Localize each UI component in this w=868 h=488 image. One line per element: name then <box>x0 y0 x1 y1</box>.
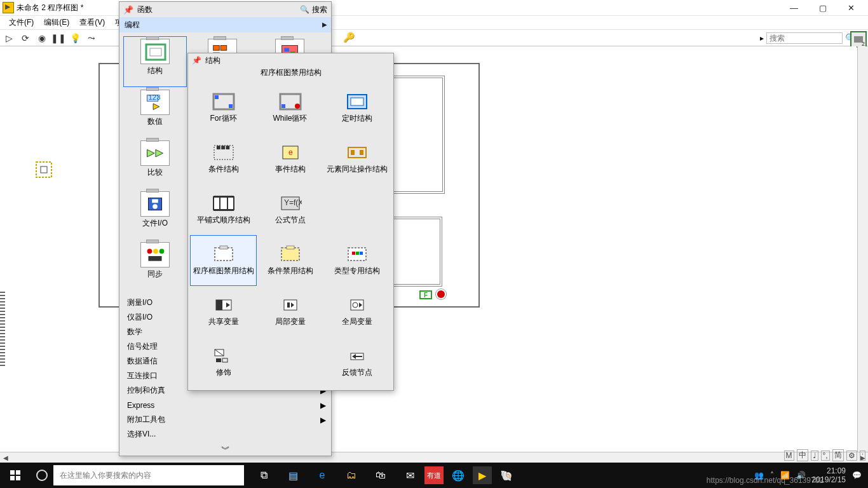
menu-view[interactable]: 查看(V) <box>74 16 110 29</box>
svg-rect-50 <box>356 252 359 255</box>
palette-expander[interactable]: ︾ <box>119 444 331 456</box>
sub-item-while-loop[interactable]: While循环 <box>257 83 323 133</box>
palette-item-label: 比较 <box>147 168 163 177</box>
window-minimize-button[interactable]: — <box>780 0 808 16</box>
taskbar-search-input[interactable]: 在这里输入你要搜索的内容 <box>53 465 244 485</box>
svg-rect-5 <box>220 46 227 51</box>
sub-item-formula-node[interactable]: Y=f(X) 公式节点 <box>257 184 323 235</box>
svg-rect-26 <box>281 104 285 108</box>
svg-rect-56 <box>287 302 290 308</box>
status-token[interactable]: ♩ <box>811 451 818 461</box>
palette-item-fileio[interactable]: 文件I/O <box>123 189 187 240</box>
svg-point-19 <box>153 249 158 254</box>
structures-subpalette: 📌 结构 程序框图禁用结构 For循环 While循环 定时结构 ■■■ 条件结… <box>187 53 394 391</box>
task-view-icon[interactable]: ⧉ <box>249 463 278 488</box>
toolbar-search-input[interactable] <box>766 32 843 44</box>
loop-condition-terminal[interactable]: F <box>419 290 432 299</box>
sub-item-shared-variable[interactable]: 共享变量 <box>190 286 257 337</box>
scroll-left-icon[interactable]: ◀ <box>0 452 11 463</box>
sub-item-type-specialization[interactable]: 类型专用结构 <box>323 235 390 286</box>
run-icon[interactable]: ▷ <box>4 33 14 43</box>
svg-point-18 <box>147 249 153 254</box>
taskbar-mail-icon[interactable]: ✉ <box>395 463 424 488</box>
pin-icon[interactable]: 📌 <box>123 5 133 15</box>
palette-item-sync[interactable]: 同步 <box>123 240 187 290</box>
step-icon[interactable]: ⤳ <box>86 33 97 43</box>
sub-item-inplace-structure[interactable]: 元素同址操作结构 <box>323 133 390 184</box>
window-close-button[interactable]: ✕ <box>837 0 865 16</box>
palette-cat-addons[interactable]: 附加工具包▶ <box>119 412 331 427</box>
svg-rect-46 <box>281 248 299 261</box>
palette-item-numeric[interactable]: 123 数值 <box>123 87 187 138</box>
palette-category-label: 编程 <box>125 20 140 30</box>
sub-item-case-structure[interactable]: ■■■ 条件结构 <box>190 133 257 184</box>
svg-text:e: e <box>288 148 293 157</box>
status-token[interactable]: 简 <box>832 449 844 461</box>
taskbar-explorer-icon[interactable]: 🗂 <box>337 463 366 488</box>
taskbar-chrome-icon[interactable]: 🌐 <box>444 463 473 488</box>
vi-icon-connector[interactable]: 2 <box>850 31 867 48</box>
taskbar-app[interactable]: 有道 <box>424 466 444 484</box>
start-button[interactable] <box>0 463 31 488</box>
cortana-button[interactable] <box>31 470 53 481</box>
toolbar-search: ▸ 🔍 ? <box>760 32 864 44</box>
svg-rect-21 <box>148 256 161 261</box>
svg-rect-1 <box>41 166 47 173</box>
palette-cat-express[interactable]: Express▶ <box>119 398 331 412</box>
palette-cat-select-vi[interactable]: 选择VI... <box>119 427 331 442</box>
sub-item-decorations[interactable]: 修饰 <box>190 337 257 388</box>
status-token[interactable]: 中 <box>797 449 808 461</box>
status-token[interactable]: ⚙ <box>846 451 857 461</box>
palette-item-comparison[interactable]: 比较 <box>123 138 187 189</box>
window-maximize-button[interactable]: ▢ <box>808 0 837 16</box>
svg-point-20 <box>159 249 165 254</box>
sub-item-event-structure[interactable]: e 事件结构 <box>257 133 323 184</box>
wiring-cursor-icon <box>35 161 53 179</box>
sub-item-local-variable[interactable]: 局部变量 <box>257 286 323 337</box>
canvas-resize-handle[interactable] <box>0 292 5 368</box>
svg-rect-49 <box>352 252 355 255</box>
palette-item-label: 文件I/O <box>142 219 168 227</box>
taskbar-edge-icon[interactable]: e <box>308 463 337 488</box>
taskbar-app[interactable]: 🐚 <box>492 463 521 488</box>
windows-taskbar: 在这里输入你要搜索的内容 ⧉ ▤ e 🗂 🛍 ✉ 有道 🌐 ▶ 🐚 https:… <box>0 463 868 488</box>
taskbar-app[interactable]: ▤ <box>278 463 308 488</box>
highlight-icon[interactable]: 💡 <box>70 33 80 43</box>
sub-item-global-variable[interactable]: 全局变量 <box>323 286 390 337</box>
palette-search[interactable]: 🔍 搜索 <box>300 4 327 15</box>
svg-rect-35 <box>351 150 355 155</box>
pause-icon[interactable]: ❚❚ <box>53 33 64 43</box>
palette-category-programming[interactable]: 编程 ▶ <box>119 17 331 32</box>
svg-point-27 <box>295 104 300 109</box>
sub-item-feedback-node[interactable]: 反馈节点 <box>323 337 390 388</box>
pin-icon[interactable]: 📌 <box>192 56 201 65</box>
run-continuous-icon[interactable]: ⟳ <box>20 33 31 43</box>
svg-rect-24 <box>229 104 233 108</box>
menu-edit[interactable]: 编辑(E) <box>39 16 74 29</box>
sub-item-timed-structure[interactable]: 定时结构 <box>323 83 390 133</box>
svg-marker-12 <box>153 104 159 110</box>
tray-notifications-icon[interactable]: 💬 <box>852 471 862 480</box>
palette-item-label: 结构 <box>147 67 163 75</box>
svg-rect-53 <box>216 300 222 310</box>
taskbar-store-icon[interactable]: 🛍 <box>366 463 395 488</box>
svg-rect-29 <box>351 98 363 105</box>
sub-item-for-loop[interactable]: For循环 <box>190 83 257 133</box>
palette-title: 函数 <box>137 4 153 15</box>
stop-terminal[interactable] <box>437 290 445 298</box>
palette-item-structures[interactable]: 结构 <box>123 36 187 87</box>
svg-rect-41 <box>214 209 234 211</box>
taskbar-labview-icon[interactable]: ▶ <box>473 466 492 484</box>
svg-rect-2 <box>146 44 165 60</box>
vertical-scrollbar[interactable] <box>857 46 868 452</box>
menu-file[interactable]: 文件(F) <box>4 16 39 29</box>
labview-app-icon <box>3 2 14 13</box>
status-token[interactable]: : <box>860 451 865 461</box>
sub-item-diagram-disable[interactable]: 程序框图禁用结构 <box>190 235 257 286</box>
sub-item-flat-sequence[interactable]: 平铺式顺序结构 <box>190 184 257 235</box>
search-chevron-icon[interactable]: ▸ <box>760 34 764 43</box>
status-token[interactable]: M <box>784 451 794 461</box>
abort-icon[interactable]: ◉ <box>37 33 47 43</box>
sub-item-conditional-disable[interactable]: 条件禁用结构 <box>257 235 323 286</box>
status-token[interactable]: °, <box>821 451 830 461</box>
